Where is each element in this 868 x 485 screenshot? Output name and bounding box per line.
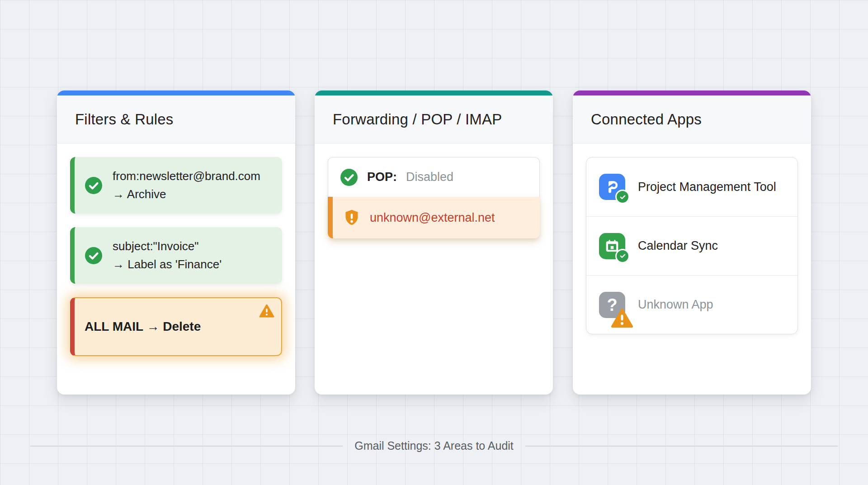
app-icon-wrap bbox=[599, 174, 625, 200]
apps-accent-bar bbox=[573, 90, 811, 95]
rule-condition: subject:"Invoice" bbox=[113, 239, 222, 253]
caption-divider-left bbox=[30, 446, 343, 447]
filters-accent-bar bbox=[57, 90, 295, 95]
app-name: Project Management Tool bbox=[638, 180, 776, 194]
caption-text: Gmail Settings: 3 Areas to Audit bbox=[354, 439, 514, 452]
forwarding-status-box: POP: Disabled unknown@external.net bbox=[328, 157, 540, 238]
forwarding-pop-imap-card: Forwarding / POP / IMAP POP: Disabled un… bbox=[315, 90, 553, 395]
pop-label: POP: bbox=[367, 170, 397, 184]
app-name: Unknown App bbox=[638, 298, 713, 312]
forwarding-address-text: unknown@external.net bbox=[370, 211, 495, 225]
filter-rule-invoice[interactable]: subject:"Invoice" → Label as 'Finance' bbox=[70, 227, 282, 284]
caption: Gmail Settings: 3 Areas to Audit bbox=[30, 439, 838, 452]
rule-action: → Label as 'Finance' bbox=[113, 257, 222, 271]
app-row-unknown-app[interactable]: ? Unknown App bbox=[586, 275, 797, 334]
caption-divider-right bbox=[525, 446, 838, 447]
connected-check-badge bbox=[615, 249, 630, 263]
app-icon-wrap bbox=[599, 233, 625, 259]
shield-alert-icon bbox=[344, 209, 360, 227]
apps-card-body: Project Management Tool bbox=[573, 143, 811, 348]
apps-card-title: Connected Apps bbox=[573, 95, 811, 143]
rule-text: from:newsletter@brand.com → Archive bbox=[113, 169, 260, 201]
check-circle-icon bbox=[85, 247, 103, 265]
forwarding-card-title: Forwarding / POP / IMAP bbox=[315, 95, 553, 143]
rule-text: subject:"Invoice" → Label as 'Finance' bbox=[113, 239, 222, 271]
connected-apps-list: Project Management Tool bbox=[586, 157, 798, 334]
pop-status-row[interactable]: POP: Disabled bbox=[328, 157, 540, 197]
warning-triangle-badge bbox=[611, 308, 633, 328]
forwarding-card-body: POP: Disabled unknown@external.net bbox=[315, 143, 553, 252]
rule-danger-text: ALL MAIL → Delete bbox=[85, 319, 201, 334]
filters-card-body: from:newsletter@brand.com → Archive subj… bbox=[57, 143, 295, 383]
connected-apps-card: Connected Apps bbox=[573, 90, 811, 395]
pop-value: Disabled bbox=[406, 170, 453, 184]
check-circle-icon bbox=[85, 176, 103, 195]
forwarding-accent-bar bbox=[315, 90, 553, 95]
filters-rules-card: Filters & Rules from:newsletter@brand.co… bbox=[57, 90, 295, 395]
app-icon-wrap: ? bbox=[599, 292, 625, 318]
unknown-forwarding-address-row[interactable]: unknown@external.net bbox=[328, 197, 540, 238]
filters-card-title: Filters & Rules bbox=[57, 95, 295, 143]
gmail-audit-infographic: { "caption": "Gmail Settings: 3 Areas to… bbox=[0, 0, 868, 485]
filter-rule-delete-all-mail[interactable]: ALL MAIL → Delete bbox=[70, 297, 282, 356]
connected-check-badge bbox=[615, 190, 630, 204]
app-row-calendar-sync[interactable]: Calendar Sync bbox=[586, 216, 797, 275]
rule-condition: from:newsletter@brand.com bbox=[113, 169, 260, 183]
app-name: Calendar Sync bbox=[638, 239, 718, 253]
warning-triangle-icon bbox=[259, 304, 274, 318]
check-circle-icon bbox=[340, 168, 358, 186]
app-row-project-management[interactable]: Project Management Tool bbox=[586, 157, 797, 216]
rule-action: → Archive bbox=[113, 187, 260, 201]
filter-rule-newsletter[interactable]: from:newsletter@brand.com → Archive bbox=[70, 157, 282, 214]
